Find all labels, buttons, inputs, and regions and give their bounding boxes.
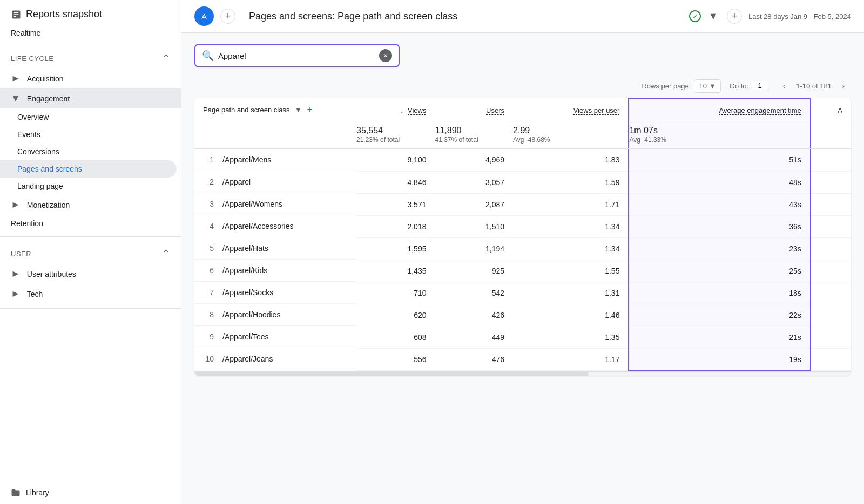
sidebar-title: Reports snapshot	[26, 9, 102, 20]
table-row: 8 /Apparel/Hoodies 620 426 1.46 22s	[194, 304, 851, 326]
prev-page-button[interactable]: ‹	[777, 78, 792, 93]
sidebar-item-engagement[interactable]: ▼ Engagement	[0, 88, 181, 108]
cell-views-per-user: 1.71	[513, 193, 629, 215]
cell-path: /Apparel/Socks	[222, 288, 273, 297]
topbar-divider	[242, 9, 242, 24]
cell-avg-engagement: 19s	[629, 348, 810, 371]
cell-path: /Apparel/Mens	[222, 155, 271, 164]
cell-row-num: 9 /Apparel/Tees	[194, 326, 356, 348]
cell-avg-engagement: 18s	[629, 282, 810, 304]
search-input[interactable]	[218, 51, 375, 60]
page-title: Pages and screens: Page path and screen …	[249, 11, 678, 22]
cell-users: 476	[435, 348, 513, 371]
user-section-header[interactable]: User ⌃	[0, 241, 181, 264]
sidebar-item-monetization[interactable]: ► Monetization	[0, 195, 181, 215]
realtime-item[interactable]: Realtime	[0, 24, 181, 46]
cell-path: /Apparel/Hoodies	[222, 310, 280, 319]
summary-views-per-user: 2.99 Avg -48.68%	[513, 121, 629, 149]
col-header-avg-engagement[interactable]: Average engagement time	[629, 98, 810, 121]
views-sort-icon: ↓	[400, 106, 404, 114]
table-row: 3 /Apparel/Womens 3,571 2,087 1.71 43s	[194, 193, 851, 215]
monetization-arrow-icon: ►	[11, 199, 21, 210]
cell-row-num: 8 /Apparel/Hoodies	[194, 304, 356, 326]
cell-extra	[811, 148, 851, 171]
cell-views-per-user: 1.55	[513, 260, 629, 282]
cell-path: /Apparel/Womens	[222, 200, 282, 208]
cell-extra	[811, 260, 851, 282]
add-view-button[interactable]: +	[220, 9, 235, 24]
table-row: 6 /Apparel/Kids 1,435 925 1.55 25s	[194, 260, 851, 282]
user-attributes-label: User attributes	[27, 270, 76, 278]
avatar[interactable]: A	[194, 6, 214, 26]
pages-screens-label: Pages and screens	[17, 165, 82, 173]
cell-path: /Apparel/Jeans	[222, 355, 273, 363]
next-page-button[interactable]: ›	[836, 78, 851, 93]
sidebar-item-pages-screens[interactable]: Pages and screens	[0, 160, 177, 178]
col-header-views[interactable]: ↓ Views	[356, 98, 435, 121]
rows-per-page-select[interactable]: 10 ▼	[694, 79, 720, 93]
cell-avg-engagement: 21s	[629, 326, 810, 348]
summary-extra	[811, 121, 851, 149]
sidebar-divider	[0, 236, 181, 237]
sidebar: Reports snapshot Realtime Life cycle ⌃ ►…	[0, 0, 181, 504]
acquisition-label: Acquisition	[27, 74, 64, 83]
col-header-views-per-user[interactable]: Views per user	[513, 98, 629, 121]
reports-icon	[11, 9, 22, 20]
acquisition-arrow-icon: ►	[11, 73, 21, 84]
cell-views: 608	[356, 326, 435, 348]
title-add-button[interactable]: +	[727, 9, 742, 24]
sidebar-item-conversions[interactable]: Conversions	[0, 143, 181, 160]
scroll-thumb[interactable]	[194, 372, 589, 376]
lifecycle-section-title: Life cycle	[11, 55, 53, 63]
pagination-text: 1-10 of 181	[796, 82, 832, 90]
sidebar-item-retention[interactable]: Retention	[0, 215, 181, 232]
content-area: 🔍 × Rows per page: 10 ▼ Go to: ‹ 1-10 of…	[181, 33, 864, 504]
lifecycle-chevron-icon: ⌃	[162, 52, 170, 64]
cell-avg-engagement: 43s	[629, 193, 810, 215]
cell-views: 1,435	[356, 260, 435, 282]
goto-control: Go to:	[730, 81, 768, 90]
col-header-path[interactable]: Page path and screen class ▼ +	[194, 98, 356, 121]
cell-extra	[811, 348, 851, 371]
cell-row-num: 1 /Apparel/Mens	[194, 149, 356, 171]
cell-views-per-user: 1.34	[513, 215, 629, 237]
sidebar-item-landing-page[interactable]: Landing page	[0, 178, 181, 195]
cell-views: 710	[356, 282, 435, 304]
summary-row: 35,554 21.23% of total 11,890 41.37% of …	[194, 121, 851, 149]
goto-input[interactable]	[752, 81, 768, 90]
cell-views-per-user: 1.35	[513, 326, 629, 348]
cell-views-per-user: 1.46	[513, 304, 629, 326]
user-chevron-icon: ⌃	[162, 248, 170, 260]
sidebar-item-user-attributes[interactable]: ► User attributes	[0, 264, 181, 284]
cell-views: 4,846	[356, 171, 435, 193]
clear-search-button[interactable]: ×	[379, 49, 392, 62]
topbar: A + Pages and screens: Page path and scr…	[181, 0, 864, 33]
table-row: 5 /Apparel/Hats 1,595 1,194 1.34 23s	[194, 237, 851, 260]
col-header-users[interactable]: Users	[435, 98, 513, 121]
cell-path: /Apparel/Hats	[222, 244, 268, 253]
cell-extra	[811, 326, 851, 348]
sidebar-item-acquisition[interactable]: ► Acquisition	[0, 69, 181, 88]
sidebar-item-library[interactable]: Library	[0, 481, 181, 504]
cell-extra	[811, 215, 851, 237]
cell-users: 2,087	[435, 193, 513, 215]
cell-extra	[811, 304, 851, 326]
table-row: 9 /Apparel/Tees 608 449 1.35 21s	[194, 326, 851, 348]
rows-per-page-value: 10	[699, 82, 706, 90]
data-table: Page path and screen class ▼ + ↓ Views U…	[194, 98, 851, 376]
user-section-title: User	[11, 250, 31, 258]
col-path-dropdown-icon[interactable]: ▼	[295, 106, 302, 114]
sidebar-item-tech[interactable]: ► Tech	[0, 284, 181, 304]
sidebar-item-overview[interactable]: Overview	[0, 108, 181, 126]
cell-avg-engagement: 22s	[629, 304, 810, 326]
cell-path: /Apparel/Accessories	[222, 222, 294, 230]
summary-views: 35,554 21.23% of total	[356, 121, 435, 149]
col-add-icon[interactable]: +	[307, 105, 312, 114]
title-dropdown-icon[interactable]: ▼	[708, 11, 718, 22]
sidebar-item-events[interactable]: Events	[0, 126, 181, 143]
cell-views-per-user: 1.34	[513, 237, 629, 260]
table-row: 1 /Apparel/Mens 9,100 4,969 1.83 51s	[194, 148, 851, 171]
table-controls: Rows per page: 10 ▼ Go to: ‹ 1-10 of 181…	[194, 78, 851, 93]
lifecycle-section-header[interactable]: Life cycle ⌃	[0, 46, 181, 69]
library-label: Library	[26, 488, 49, 497]
